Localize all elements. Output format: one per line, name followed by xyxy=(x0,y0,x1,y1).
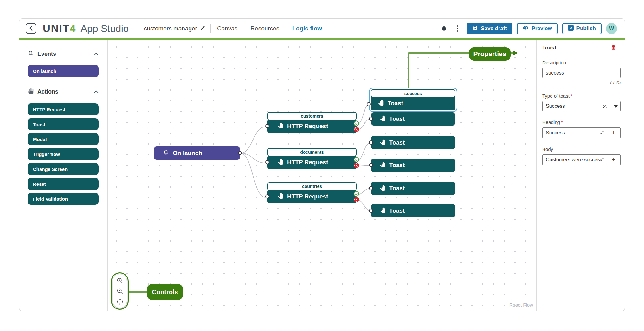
trash-icon xyxy=(610,44,616,52)
events-section-header[interactable]: Events xyxy=(19,50,107,57)
tab-resources[interactable]: Resources xyxy=(249,25,280,32)
zoom-out-button[interactable] xyxy=(116,287,124,295)
hand-icon xyxy=(380,162,385,169)
publish-launch-icon xyxy=(568,25,574,32)
react-flow-watermark[interactable]: React Flow xyxy=(509,302,533,308)
node-label: HTTP Request xyxy=(287,193,328,200)
save-icon xyxy=(473,25,478,32)
node-on-launch[interactable]: On launch xyxy=(154,146,240,160)
target-handle[interactable] xyxy=(265,194,269,198)
actions-section-header[interactable]: Actions xyxy=(19,88,107,95)
publish-button[interactable]: Publish xyxy=(562,23,602,34)
node-http-request-documents[interactable]: documents HTTP Request xyxy=(267,148,357,169)
description-input[interactable]: success xyxy=(542,68,621,78)
error-handle[interactable] xyxy=(354,197,359,202)
error-handle[interactable] xyxy=(354,163,359,168)
clear-selection-icon[interactable] xyxy=(603,104,607,108)
header-divider xyxy=(210,24,211,33)
actions-list: HTTP Request Toast Modal Trigger flow Ch… xyxy=(19,103,107,205)
node-label: HTTP Request xyxy=(287,159,328,166)
user-avatar[interactable]: W xyxy=(606,23,617,34)
node-toast-4[interactable]: Toast xyxy=(371,159,455,172)
notifications-button[interactable] xyxy=(441,25,447,33)
node-toast-6[interactable]: Toast xyxy=(371,204,455,217)
add-binding-button[interactable]: + xyxy=(607,128,620,138)
palette-item-trigger-flow[interactable]: Trigger flow xyxy=(28,148,99,160)
target-handle[interactable] xyxy=(265,124,269,128)
hand-icon xyxy=(378,100,384,107)
preview-button[interactable]: Preview xyxy=(517,23,557,34)
hand-icon xyxy=(380,185,385,192)
bell-icon xyxy=(441,25,447,33)
back-button[interactable] xyxy=(26,23,36,34)
target-handle[interactable] xyxy=(369,186,373,190)
palette-item-http-request[interactable]: HTTP Request xyxy=(28,103,99,115)
node-toast-2[interactable]: Toast xyxy=(371,112,455,126)
target-handle[interactable] xyxy=(265,160,269,164)
success-handle[interactable] xyxy=(354,191,359,197)
type-of-toast-select[interactable]: Success xyxy=(542,101,621,111)
tab-logic-flow[interactable]: Logic flow xyxy=(291,25,323,32)
palette-item-change-screen[interactable]: Change Screen xyxy=(28,163,99,175)
flow-canvas[interactable]: On launch customers HTTP Request documen… xyxy=(108,40,536,311)
heading-field-group: Success + xyxy=(542,127,621,138)
zoom-out-icon xyxy=(117,288,123,295)
zoom-in-button[interactable] xyxy=(116,277,124,284)
success-handle[interactable] xyxy=(354,121,359,126)
annotation-properties-label: Properties xyxy=(469,47,511,61)
palette-item-field-validation[interactable]: Field Validation xyxy=(28,193,99,205)
type-of-toast-label: Type of toast* xyxy=(542,93,620,99)
target-handle[interactable] xyxy=(369,209,373,213)
node-label: Toast xyxy=(389,185,405,192)
chevron-up-icon[interactable] xyxy=(94,51,99,57)
heading-input[interactable]: Success xyxy=(543,128,607,138)
preview-label: Preview xyxy=(531,25,552,32)
bell-icon xyxy=(163,149,169,157)
chevron-down-icon[interactable] xyxy=(614,103,618,109)
save-draft-button[interactable]: Save draft xyxy=(467,23,512,34)
more-options-button[interactable] xyxy=(457,25,458,32)
hand-icon xyxy=(380,115,385,123)
delete-node-button[interactable] xyxy=(610,44,616,52)
node-label: On launch xyxy=(173,150,202,157)
node-toast-5[interactable]: Toast xyxy=(371,182,455,195)
hand-outline-icon xyxy=(28,88,34,95)
palette-item-toast[interactable]: Toast xyxy=(28,118,99,130)
fit-view-button[interactable] xyxy=(116,298,124,305)
chevron-up-icon[interactable] xyxy=(94,89,99,94)
success-handle[interactable] xyxy=(354,157,359,162)
node-label: Toast xyxy=(389,162,405,169)
tab-canvas[interactable]: Canvas xyxy=(216,25,239,32)
expand-icon[interactable] xyxy=(600,157,604,163)
node-toast-3[interactable]: Toast xyxy=(371,136,455,149)
hand-icon xyxy=(278,193,283,200)
tab-divider xyxy=(286,24,286,33)
brand-suffix: App Studio xyxy=(80,23,129,35)
fit-view-icon xyxy=(117,298,123,305)
target-handle[interactable] xyxy=(369,140,373,145)
node-http-request-customers[interactable]: customers HTTP Request xyxy=(267,112,357,133)
target-handle[interactable] xyxy=(367,102,371,106)
body-input[interactable]: Customers were succes... xyxy=(543,155,607,165)
node-toast-success-selected[interactable]: success Toast xyxy=(369,88,457,112)
error-handle[interactable] xyxy=(354,127,359,132)
description-value: success xyxy=(546,70,564,76)
palette-item-on-launch[interactable]: On launch xyxy=(28,65,99,77)
expand-icon[interactable] xyxy=(600,130,604,136)
source-handle[interactable] xyxy=(238,151,242,155)
annotation-controls-label: Controls xyxy=(147,284,183,300)
heading-label: Heading* xyxy=(542,120,620,125)
palette-item-reset[interactable]: Reset xyxy=(28,178,99,190)
zoom-in-icon xyxy=(117,277,123,284)
node-group-label: countries xyxy=(267,182,357,191)
events-section-title: Events xyxy=(37,51,90,57)
target-handle[interactable] xyxy=(369,117,373,121)
node-http-request-countries[interactable]: countries HTTP Request xyxy=(267,182,357,203)
hand-icon xyxy=(278,159,283,166)
add-binding-button[interactable]: + xyxy=(607,155,620,165)
edit-pencil-icon[interactable] xyxy=(200,25,205,32)
node-label: Toast xyxy=(388,100,403,107)
target-handle[interactable] xyxy=(369,163,373,167)
palette-item-modal[interactable]: Modal xyxy=(28,133,99,145)
required-asterisk: * xyxy=(570,93,572,99)
